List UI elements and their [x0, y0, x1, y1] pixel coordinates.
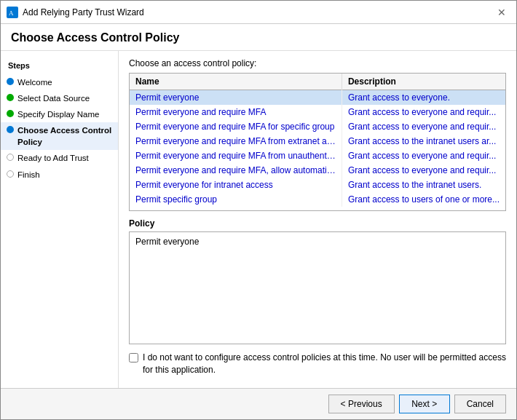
table-row[interactable]: Permit everyone for intranet access Gran… [130, 178, 505, 192]
checkbox-row: I do not want to configure access contro… [129, 352, 506, 376]
close-button[interactable]: ✕ [493, 4, 510, 21]
cancel-button[interactable]: Cancel [454, 395, 506, 413]
sidebar-item-label: Ready to Add Trust [17, 152, 89, 164]
steps-label: Steps [1, 58, 118, 74]
policy-description: Grant access to everyone and requir... [342, 163, 505, 178]
sidebar: Steps Welcome Select Data Source Specify… [1, 51, 119, 388]
dot-icon [7, 110, 14, 117]
policy-description: Grant access to users of one or more... [342, 192, 505, 207]
wizard-window: A Add Relying Party Trust Wizard ✕ Choos… [0, 0, 517, 420]
page-header: Choose Access Control Policy [1, 24, 516, 51]
policy-section: Policy Permit everyone [129, 218, 506, 344]
dot-icon [7, 78, 14, 85]
window-title: Add Relying Party Trust Wizard [23, 7, 144, 17]
main-panel: Choose an access control policy: Name De… [119, 51, 516, 388]
table-row[interactable]: Permit specific group Grant access to us… [130, 192, 505, 207]
policy-box: Permit everyone [129, 231, 506, 344]
table-row[interactable]: Permit everyone Grant access to everyone… [130, 90, 505, 106]
next-button[interactable]: Next > [399, 395, 450, 413]
section-label: Choose an access control policy: [129, 58, 506, 68]
policy-name: Permit everyone and require MFA from una… [130, 148, 342, 163]
policy-name: Permit everyone [130, 90, 342, 106]
sidebar-item-label: Select Data Source [17, 92, 90, 104]
policy-description: Grant access to everyone and requir... [342, 119, 505, 134]
policy-name: Permit everyone and require MFA, allow a… [130, 163, 342, 178]
page-title: Choose Access Control Policy [11, 31, 506, 44]
no-policy-checkbox[interactable] [129, 353, 138, 362]
policy-name: Permit everyone and require MFA [130, 105, 342, 119]
sidebar-item-select-data-source[interactable]: Select Data Source [1, 90, 118, 106]
policy-description: Grant access to everyone and requir... [342, 148, 505, 163]
content-area: Steps Welcome Select Data Source Specify… [1, 51, 516, 388]
sidebar-item-label: Choose Access Control Policy [17, 124, 114, 148]
dot-icon [7, 126, 14, 133]
dot-icon [7, 154, 14, 161]
policy-name: Permit specific group [130, 192, 342, 207]
policy-value: Permit everyone [135, 237, 199, 247]
checkbox-label[interactable]: I do not want to configure access contro… [143, 352, 506, 376]
sidebar-item-label: Finish [17, 169, 40, 181]
table-row[interactable]: Permit everyone and require MFA from una… [130, 148, 505, 163]
sidebar-item-finish[interactable]: Finish [1, 167, 118, 183]
policy-description: Grant access to the intranet users ar... [342, 134, 505, 148]
footer: < Previous Next > Cancel [1, 388, 516, 419]
table-row[interactable]: Permit everyone and require MFA Grant ac… [130, 105, 505, 119]
policy-description: Grant access to everyone and requir... [342, 105, 505, 119]
sidebar-item-ready-to-add-trust[interactable]: Ready to Add Trust [1, 150, 118, 166]
sidebar-item-label: Welcome [17, 76, 52, 88]
policy-name: Permit everyone and require MFA from ext… [130, 134, 342, 148]
sidebar-item-label: Specify Display Name [17, 108, 99, 120]
dot-icon [7, 170, 14, 178]
policy-description: Grant access to everyone. [342, 90, 505, 106]
table-row[interactable]: Permit everyone and require MFA from ext… [130, 134, 505, 148]
col-header-description: Description [342, 74, 505, 90]
svg-text:A: A [9, 9, 14, 17]
policy-table-container[interactable]: Name Description Permit everyone Grant a… [129, 73, 506, 211]
policy-table: Name Description Permit everyone Grant a… [130, 74, 505, 207]
previous-button[interactable]: < Previous [328, 395, 395, 413]
table-row[interactable]: Permit everyone and require MFA for spec… [130, 119, 505, 134]
policy-name: Permit everyone for intranet access [130, 178, 342, 192]
wizard-icon: A [7, 7, 18, 18]
policy-description: Grant access to the intranet users. [342, 178, 505, 192]
table-row[interactable]: Permit everyone and require MFA, allow a… [130, 163, 505, 178]
dot-icon [7, 94, 14, 101]
sidebar-item-choose-access-control[interactable]: Choose Access Control Policy [1, 122, 118, 150]
sidebar-item-specify-display-name[interactable]: Specify Display Name [1, 106, 118, 122]
title-bar-left: A Add Relying Party Trust Wizard [7, 7, 144, 18]
policy-name: Permit everyone and require MFA for spec… [130, 119, 342, 134]
col-header-name: Name [130, 74, 342, 90]
policy-label: Policy [129, 218, 506, 229]
title-bar: A Add Relying Party Trust Wizard ✕ [1, 1, 516, 24]
sidebar-item-welcome[interactable]: Welcome [1, 74, 118, 90]
